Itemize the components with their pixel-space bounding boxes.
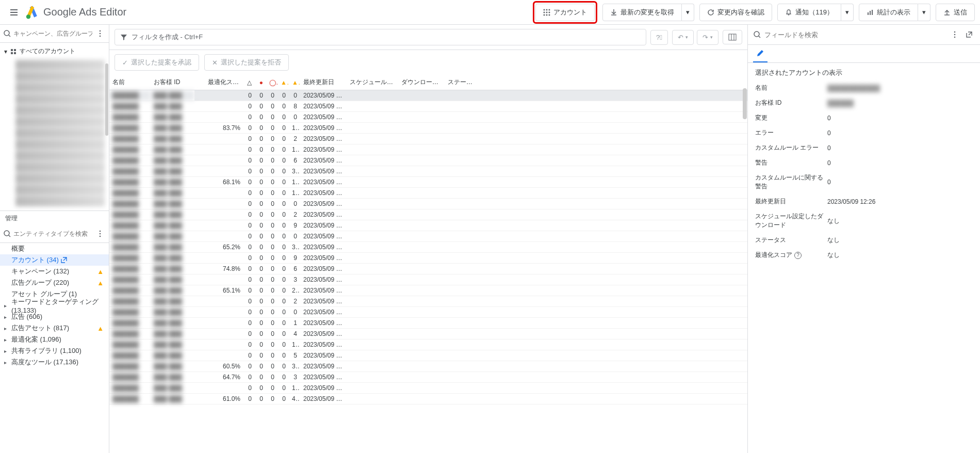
table-cell	[194, 318, 205, 329]
table-row[interactable]: █████████-███000002023/05/09 1…	[109, 231, 747, 242]
table-cell	[476, 166, 747, 177]
table-row[interactable]: █████████-███000032023/05/09 1…	[109, 274, 747, 285]
table-row[interactable]: █████████-███0000112023/05/09 1…	[109, 339, 747, 350]
svg-point-14	[100, 30, 101, 32]
check-changes-button[interactable]: 変更内容を確認	[699, 4, 772, 21]
table-row[interactable]: █████████-███61.0%0000422023/05/09 1…	[109, 394, 747, 405]
edit-tab[interactable]	[753, 45, 767, 62]
send-button[interactable]: 送信	[936, 4, 975, 21]
reject-suggestions-button[interactable]: ✕ 選択した提案を拒否	[204, 54, 289, 71]
open-external-icon[interactable]	[963, 29, 975, 40]
col-last-update[interactable]: 最終更新日	[300, 75, 347, 90]
entity-item[interactable]: ▸キーワードとターゲティング (13,133)	[0, 300, 109, 311]
col-warning2-icon[interactable]: ▲	[289, 75, 300, 90]
field-label: 変更	[755, 114, 827, 122]
help-icon-button[interactable]: ?⃝	[650, 30, 668, 45]
col-warning1-icon[interactable]: ▲	[277, 75, 289, 90]
all-accounts-row[interactable]: ▾ すべてのアカウント	[0, 45, 109, 58]
table-row[interactable]: █████████-███000042023/05/09 1…	[109, 329, 747, 339]
table-row[interactable]: █████████-███0000152023/05/09 1…	[109, 383, 747, 394]
entity-item[interactable]: ▸共有ライブラリ (1,100)	[0, 345, 109, 357]
entity-item[interactable]: ▸高度なツール (17,136)	[0, 357, 109, 368]
table-row[interactable]: █████████-███60.5%0000312023/05/09 1…	[109, 361, 747, 372]
table-row[interactable]: █████████-███000082023/05/09 1…	[109, 101, 747, 112]
table-row[interactable]: █████████-███000092023/05/09 1…	[109, 220, 747, 231]
stats-dropdown[interactable]: ▾	[918, 4, 930, 21]
entity-item[interactable]: アカウント (34)	[0, 254, 109, 266]
table-row[interactable]: █████████-███000022023/05/09 1…	[109, 134, 747, 144]
table-row[interactable]: █████████-███000012023/05/09 1…	[109, 318, 747, 329]
more-icon[interactable]	[949, 29, 960, 40]
col-opt-score[interactable]: 最適化スコア	[205, 75, 243, 90]
table-cell: 0	[266, 394, 277, 405]
redo-button[interactable]: ↷▾	[697, 30, 718, 45]
table-row[interactable]: █████████-███0000112023/05/09 1…	[109, 144, 747, 155]
table-row[interactable]: █████████-███74.8%000062023/05/09 1…	[109, 264, 747, 274]
table-row[interactable]: █████████-███64.7%000032023/05/09 1…	[109, 372, 747, 383]
table-cell	[347, 339, 398, 350]
entity-item[interactable]: ▸最適化案 (1,096)	[0, 334, 109, 345]
table-row[interactable]: █████████-███000002023/05/09 1…	[109, 199, 747, 209]
table-cell	[445, 166, 476, 177]
table-cell	[398, 123, 445, 134]
notifications-button[interactable]: 通知（119）	[777, 4, 841, 21]
table-row[interactable]: █████████-███000052023/05/09 1…	[109, 350, 747, 361]
entity-item[interactable]: ▸広告アセット (817)▲	[0, 322, 109, 334]
search-icon	[3, 29, 11, 38]
table-row[interactable]: █████████-███000002023/05/09 1…	[109, 90, 747, 101]
approve-suggestions-button[interactable]: ✓ 選択した提案を承認	[115, 54, 199, 71]
table-scrollbar[interactable]	[743, 88, 747, 119]
more-icon[interactable]	[94, 228, 106, 239]
filter-input[interactable]: フィルタを作成 - Ctrl+F	[115, 29, 646, 45]
table-row[interactable]: █████████-███000002023/05/09 1…	[109, 112, 747, 123]
hamburger-menu[interactable]	[5, 4, 23, 21]
table-row[interactable]: █████████-███0000102023/05/09 1…	[109, 188, 747, 199]
table-row[interactable]: █████████-███000062023/05/09 1…	[109, 155, 747, 166]
col-warning-circle-icon[interactable]: ◯	[266, 75, 277, 90]
table-cell: 0	[277, 101, 289, 112]
field-value: ████████████	[827, 85, 973, 92]
campaign-search-input[interactable]	[13, 30, 92, 37]
accounts-button[interactable]: アカウント	[535, 4, 595, 21]
table-cell	[194, 329, 205, 339]
open-external-icon[interactable]	[61, 257, 67, 263]
get-changes-button[interactable]: 最新の変更を取得	[602, 4, 682, 21]
table-cell	[347, 264, 398, 274]
col-schedule[interactable]: スケジュール設定し…	[347, 75, 398, 90]
tree-scrollbar[interactable]	[105, 63, 108, 136]
table-row[interactable]: █████████-███0000312023/05/09 1…	[109, 166, 747, 177]
table-cell	[194, 220, 205, 231]
col-customer-id[interactable]: お客様 ID	[151, 75, 194, 90]
table-row[interactable]: █████████-███65.1%0000202023/05/09 1…	[109, 285, 747, 296]
entity-item[interactable]: キャンペーン (132)▲	[0, 266, 109, 277]
entity-item[interactable]: 広告グループ (220)▲	[0, 277, 109, 288]
table-row[interactable]: █████████-███000002023/05/09 1…	[109, 307, 747, 318]
table-row[interactable]: █████████-███000022023/05/09 1…	[109, 209, 747, 220]
columns-button[interactable]	[723, 30, 742, 44]
table-cell: ██████	[109, 101, 151, 112]
entity-item[interactable]: 概要	[0, 243, 109, 254]
stats-button[interactable]: 統計の表示	[859, 4, 918, 21]
table-cell: 0	[255, 372, 266, 383]
col-delta-icon[interactable]: △	[243, 75, 255, 90]
table-row[interactable]: █████████-███000092023/05/09 1…	[109, 253, 747, 264]
table-cell: 5	[289, 350, 300, 361]
col-download[interactable]: ダウンロードの選択	[398, 75, 445, 90]
table-row[interactable]: █████████-███83.7%0000122023/05/09 1…	[109, 123, 747, 134]
more-icon[interactable]	[94, 28, 106, 39]
help-icon: ?⃝	[656, 34, 662, 41]
entity-search-input[interactable]	[13, 230, 92, 237]
col-error-icon[interactable]: ●	[255, 75, 266, 90]
table-row[interactable]: █████████-███68.1%0000152023/05/09 1…	[109, 177, 747, 188]
undo-button[interactable]: ↶▾	[672, 30, 694, 45]
col-status[interactable]: ステータス	[445, 75, 476, 90]
get-changes-dropdown[interactable]: ▾	[682, 4, 694, 21]
field-search-input[interactable]	[764, 31, 946, 39]
entity-item[interactable]: ▸広告 (606)	[0, 311, 109, 322]
col-name[interactable]: 名前	[109, 75, 151, 90]
notifications-dropdown[interactable]: ▾	[841, 4, 854, 21]
table-row[interactable]: █████████-███000022023/05/09 1…	[109, 296, 747, 307]
help-icon[interactable]: ?	[794, 252, 802, 259]
accounts-button-label: アカウント	[553, 8, 587, 17]
table-row[interactable]: █████████-███65.2%0000312023/05/09 1…	[109, 242, 747, 253]
